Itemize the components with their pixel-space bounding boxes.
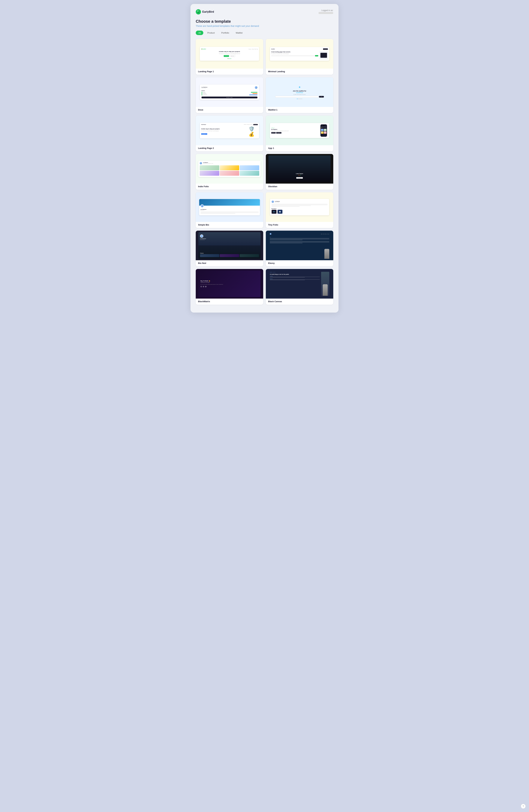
header: EarlyBird Logged in as:: [196, 9, 333, 14]
logo-text: EarlyBird: [202, 10, 214, 13]
template-card-blackmatrix[interactable]: Hey, I'm David. 👋 I build tiny but cool …: [196, 269, 263, 305]
lp2-preview: YourProduct Features Pricing Docs Blog G…: [200, 123, 259, 139]
template-card-indiefolio[interactable]: Luo Baishun Indie Developer • Building i…: [196, 154, 263, 190]
template-label-obsidian: Obsidian: [266, 184, 333, 190]
template-label-app1: App 1: [266, 145, 333, 151]
lp1-hero-text: A better way to ship your projects: [201, 51, 258, 53]
template-card-landing2[interactable]: YourProduct Features Pricing Docs Blog G…: [196, 116, 263, 151]
eb-preview: About Work Blog Contact Bio: [268, 232, 330, 259]
template-preview-waitlist1: ✦ Join the waitlist for CashFlow Join 10…: [266, 77, 333, 107]
template-preview-obsidian: Liam Taylor View my work: [266, 154, 333, 184]
template-card-simplebio[interactable]: Luo Baishun @luobaishun Simple Bio: [196, 192, 263, 228]
templates-grid: 🌿 EarlyBird Features Pricing FAQ Blog A …: [196, 39, 333, 305]
template-card-dove[interactable]: Luo Baishun Indie Developer Features Ana…: [196, 77, 263, 113]
template-label-landing2: Landing Page 2: [196, 145, 263, 151]
help-button[interactable]: ?: [521, 804, 526, 809]
template-card-obsidian[interactable]: Liam Taylor View my work Obsidian: [266, 154, 333, 190]
logged-in-section: Logged in as:: [319, 9, 333, 14]
sb-preview: Luo Baishun @luobaishun: [199, 199, 260, 215]
template-label-landing1: Landing Page 1: [196, 69, 263, 75]
template-label-indiefolio: Indie Folio: [196, 184, 263, 190]
template-preview-simplebio: Luo Baishun @luobaishun: [196, 192, 263, 222]
template-preview-minimal: EarlyBird Get started Create landing pag…: [266, 39, 333, 69]
logged-in-value: [319, 12, 333, 14]
template-label-blackcanvas: Black Canvas: [266, 299, 333, 305]
logo: EarlyBird: [196, 9, 214, 14]
template-card-app1[interactable]: ✦ Welcome Go Explore Discover amazing pl…: [266, 116, 333, 151]
template-card-bionoir[interactable]: Luo Baishun Indie Developer Products Bio…: [196, 231, 263, 266]
lp1-preview: 🌿 EarlyBird Features Pricing FAQ Blog A …: [200, 47, 259, 60]
template-label-simplebio: Simple Bio: [196, 222, 263, 228]
template-label-minimal: Minimal Landing: [266, 69, 333, 75]
template-label-blackmatrix: BlackMatrix: [196, 299, 263, 305]
app-container: EarlyBird Logged in as: Choose a templat…: [190, 4, 339, 313]
template-preview-indiefolio: Luo Baishun Indie Developer • Building i…: [196, 154, 263, 184]
bc-preview: David G ✦ ✦ ✦ ✦ I'm built things so far …: [268, 271, 330, 297]
template-label-waitlist1: Waitlist 1: [266, 107, 333, 113]
wl1-preview: ✦ Join the waitlist for CashFlow Join 10…: [273, 83, 326, 102]
template-preview-blackcanvas: David G ✦ ✦ ✦ ✦ I'm built things so far …: [266, 269, 333, 299]
template-card-ebony[interactable]: About Work Blog Contact Bio: [266, 231, 333, 266]
template-preview-dove: Luo Baishun Indie Developer Features Ana…: [196, 77, 263, 107]
filter-tab-portfolio[interactable]: Portfolio: [219, 31, 232, 35]
template-preview-blackmatrix: Hey, I'm David. 👋 I build tiny but cool …: [196, 269, 263, 299]
filter-tabs: All Product Portfolio Waitlist: [196, 31, 333, 35]
template-preview-landing1: 🌿 EarlyBird Features Pricing FAQ Blog A …: [196, 39, 263, 69]
template-card-waitlist1[interactable]: ✦ Join the waitlist for CashFlow Join 10…: [266, 77, 333, 113]
logged-in-label: Logged in as:: [319, 9, 333, 12]
filter-tab-all[interactable]: All: [196, 31, 203, 35]
page-title: Choose a template: [196, 19, 333, 24]
if-preview: Luo Baishun Indie Developer • Building i…: [199, 161, 260, 177]
template-preview-bionoir: Luo Baishun Indie Developer Products: [196, 231, 263, 260]
bm-preview: Hey, I'm David. 👋 I build tiny but cool …: [199, 271, 260, 297]
filter-tab-waitlist[interactable]: Waitlist: [233, 31, 245, 35]
dove-preview: Luo Baishun Indie Developer Features Ana…: [200, 85, 259, 100]
template-preview-ebony: About Work Blog Contact Bio: [266, 231, 333, 260]
tf-preview: Luo Baishun Indie Developer My Products …: [270, 199, 329, 215]
bn-preview: Luo Baishun Indie Developer Products: [199, 232, 260, 259]
template-label-ebony: Ebony: [266, 260, 333, 266]
template-preview-tinyfolio: Luo Baishun Indie Developer My Products …: [266, 192, 333, 222]
template-card-minimal[interactable]: EarlyBird Get started Create landing pag…: [266, 39, 333, 75]
ml-preview: EarlyBird Get started Create landing pag…: [270, 47, 329, 61]
template-card-landing1[interactable]: 🌿 EarlyBird Features Pricing FAQ Blog A …: [196, 39, 263, 75]
svg-point-4: [198, 11, 198, 11]
app1-preview: ✦ Welcome Go Explore Discover amazing pl…: [270, 123, 329, 138]
template-card-tinyfolio[interactable]: Luo Baishun Indie Developer My Products …: [266, 192, 333, 228]
earlybird-logo-icon: [196, 9, 201, 14]
template-label-tinyfolio: Tiny Folio: [266, 222, 333, 228]
template-label-bionoir: Bio Noir: [196, 260, 263, 266]
filter-tab-product[interactable]: Product: [205, 31, 217, 35]
template-preview-app1: ✦ Welcome Go Explore Discover amazing pl…: [266, 116, 333, 145]
template-preview-landing2: YourProduct Features Pricing Docs Blog G…: [196, 116, 263, 145]
obs-preview: Liam Taylor View my work: [268, 156, 330, 182]
template-card-blackcanvas[interactable]: David G ✦ ✦ ✦ ✦ I'm built things so far …: [266, 269, 333, 305]
template-label-dove: Dove: [196, 107, 263, 113]
page-subtitle: These are hand-picked templates that mig…: [196, 25, 333, 27]
